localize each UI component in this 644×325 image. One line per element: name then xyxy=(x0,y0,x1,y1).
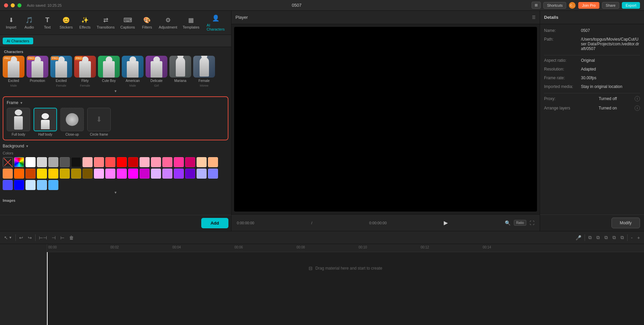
color-swatch-10[interactable] xyxy=(117,157,127,167)
mic-button[interactable]: 🎤 xyxy=(574,234,583,242)
tool-ai-characters[interactable]: 👤 AI Characters xyxy=(203,12,228,33)
tool-adjustment[interactable]: ⚙ Adjustment xyxy=(157,14,179,31)
color-swatch-25[interactable] xyxy=(71,169,81,179)
modify-button[interactable]: Modify xyxy=(611,218,640,228)
color-swatch-15[interactable] xyxy=(174,157,184,167)
color-swatch-36[interactable] xyxy=(197,169,207,179)
color-swatch-22[interactable] xyxy=(37,169,47,179)
trim-start-button[interactable]: ⊣ xyxy=(50,234,57,242)
color-swatch-26[interactable] xyxy=(83,169,93,179)
maximize-button[interactable] xyxy=(17,3,21,7)
color-swatch-21[interactable] xyxy=(25,169,36,179)
share-button[interactable]: Share xyxy=(602,2,619,9)
characters-expand-chevron[interactable]: ▼ xyxy=(3,89,228,94)
arrange-info-icon[interactable]: i xyxy=(635,105,640,111)
add-button[interactable]: Add xyxy=(201,218,228,228)
tool-templates[interactable]: ▦ Templates xyxy=(180,14,202,31)
tl-icon-btn-5[interactable]: ⧉ xyxy=(619,233,625,242)
char-item-delicate[interactable]: Delicate Girl xyxy=(146,56,167,87)
color-swatch-39[interactable] xyxy=(14,180,24,190)
color-swatch-40[interactable] xyxy=(25,180,36,190)
frame-item-circle-frame[interactable]: ⬇ Circle frame xyxy=(87,108,111,136)
color-swatch-35[interactable] xyxy=(185,169,195,179)
shortcuts-button[interactable]: Shortcuts xyxy=(543,2,566,9)
color-swatch-4[interactable] xyxy=(48,157,58,167)
tl-icon-btn-3[interactable]: ⧉ xyxy=(603,233,609,242)
undo-button[interactable]: ↩ xyxy=(18,234,24,242)
color-swatch-28[interactable] xyxy=(105,169,115,179)
frame-item-close-up[interactable]: Close-up xyxy=(60,108,84,136)
color-swatch-7[interactable] xyxy=(83,157,93,167)
color-swatch-1[interactable] xyxy=(14,157,24,167)
player-menu-icon[interactable]: ☰ xyxy=(532,15,536,20)
char-item-promotion[interactable]: Promotion xyxy=(26,56,48,87)
select-tool-button[interactable]: ↖ ▼ xyxy=(3,234,13,242)
color-swatch-14[interactable] xyxy=(162,157,172,167)
color-swatch-37[interactable] xyxy=(208,169,218,179)
trim-end-button[interactable]: ⊢ xyxy=(59,234,66,242)
color-swatch-33[interactable] xyxy=(162,169,172,179)
tool-import[interactable]: ⬇ Import xyxy=(3,14,19,31)
color-swatch-8[interactable] xyxy=(94,157,104,167)
tl-icon-btn-2[interactable]: ⧉ xyxy=(595,233,601,242)
color-swatch-29[interactable] xyxy=(117,169,127,179)
zoom-out-button[interactable]: - xyxy=(630,234,634,242)
zoom-in-tl-button[interactable]: + xyxy=(636,234,641,242)
close-button[interactable] xyxy=(4,3,8,7)
tl-icon-btn-4[interactable]: ⧉ xyxy=(611,233,617,242)
frame-item-half-body[interactable]: Half body xyxy=(34,108,57,136)
color-swatch-27[interactable] xyxy=(94,169,104,179)
tl-icon-btn-1[interactable]: ⧉ xyxy=(587,233,593,242)
char-item-excited-male[interactable]: Excited Male xyxy=(3,56,24,87)
color-swatch-41[interactable] xyxy=(37,180,47,190)
color-swatch-3[interactable] xyxy=(37,157,47,167)
color-swatch-32[interactable] xyxy=(151,169,161,179)
join-pro-button[interactable]: Join Pro xyxy=(578,2,599,9)
play-button[interactable]: ▶ xyxy=(444,220,448,226)
tool-filters[interactable]: 🎨 Filters xyxy=(139,14,155,31)
color-swatch-17[interactable] xyxy=(197,157,207,167)
tool-text[interactable]: T Text xyxy=(39,14,56,31)
ratio-button[interactable]: Ratio xyxy=(514,220,526,226)
tool-captions[interactable]: ⌨ Captions xyxy=(118,14,138,31)
color-swatch-31[interactable] xyxy=(140,169,150,179)
subtab-ai-characters[interactable]: AI Characters xyxy=(3,38,33,44)
char-item-cute-boy[interactable]: Cute Boy xyxy=(98,56,120,87)
background-header[interactable]: Background ▼ xyxy=(3,144,228,148)
color-swatch-23[interactable] xyxy=(48,169,58,179)
color-swatch-16[interactable] xyxy=(185,157,195,167)
zoom-in-icon[interactable]: 🔍 xyxy=(505,220,511,226)
color-swatch-12[interactable] xyxy=(140,157,150,167)
fullscreen-icon[interactable]: ⛶ xyxy=(530,220,534,226)
grid-view-button[interactable]: ⊞ xyxy=(532,2,541,9)
frame-item-full-body[interactable]: Full body xyxy=(7,108,30,136)
color-swatch-6[interactable] xyxy=(71,157,81,167)
char-item-excited-female[interactable]: Excited Female xyxy=(50,56,72,87)
char-item-flirty[interactable]: Flirty Female xyxy=(74,56,96,87)
background-expand-chevron[interactable]: ▼ xyxy=(3,190,228,195)
color-swatch-38[interactable] xyxy=(3,180,13,190)
color-swatch-5[interactable] xyxy=(60,157,70,167)
split-button[interactable]: ⊢⊣ xyxy=(38,234,48,242)
redo-button[interactable]: ↪ xyxy=(26,234,33,242)
tool-transitions[interactable]: ⇄ Transitions xyxy=(95,14,116,31)
proxy-info-icon[interactable]: i xyxy=(635,96,640,101)
tool-audio[interactable]: 🎵 Audio xyxy=(21,14,38,31)
delete-button[interactable]: 🗑 xyxy=(68,234,75,242)
tool-effects[interactable]: ✨ Effects xyxy=(76,14,93,31)
minimize-button[interactable] xyxy=(11,3,15,7)
export-button[interactable]: Export xyxy=(622,2,640,9)
avatar[interactable]: C... xyxy=(569,2,576,9)
color-swatch-30[interactable] xyxy=(128,169,138,179)
char-item-american[interactable]: American Male xyxy=(122,56,144,87)
color-swatch-2[interactable] xyxy=(25,157,36,167)
char-item-mariana[interactable]: Mariana xyxy=(169,56,191,87)
frame-header[interactable]: Frame ▼ xyxy=(7,100,224,105)
char-item-female[interactable]: Female Moree xyxy=(193,56,215,87)
color-swatch-18[interactable] xyxy=(208,157,218,167)
color-swatch-9[interactable] xyxy=(105,157,115,167)
color-swatch-20[interactable] xyxy=(14,169,24,179)
color-swatch-34[interactable] xyxy=(174,169,184,179)
color-swatch-13[interactable] xyxy=(151,157,161,167)
tool-stickers[interactable]: 😊 Stickers xyxy=(57,14,75,31)
